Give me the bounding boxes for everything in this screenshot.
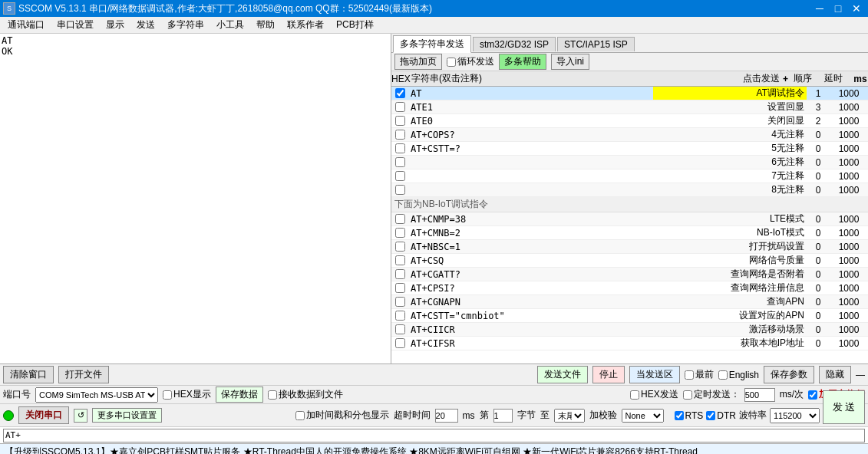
- row-4-cmd[interactable]: AT+CSTT=?: [408, 143, 653, 154]
- import-ini-btn[interactable]: 导入ini: [551, 54, 589, 70]
- row-2-cmd[interactable]: ATE0: [408, 116, 653, 127]
- clear-window-btn[interactable]: 清除窗口: [3, 366, 54, 383]
- row-10-checkbox[interactable]: [395, 242, 405, 252]
- row-6-checkbox[interactable]: [395, 171, 405, 181]
- to-select[interactable]: 末尾: [554, 409, 585, 423]
- checksum-select[interactable]: None: [622, 409, 664, 423]
- timeout-input[interactable]: [435, 409, 458, 423]
- receive-area[interactable]: AT OK: [0, 34, 391, 364]
- row-5-checkbox[interactable]: [395, 157, 405, 167]
- row-13-desc[interactable]: 查询网络注册信息: [653, 281, 807, 294]
- refresh-btn[interactable]: ↺: [74, 409, 87, 423]
- row-3-checkbox[interactable]: [395, 130, 405, 140]
- close-port-btn[interactable]: 关闭串口: [18, 406, 69, 424]
- row-1-cmd[interactable]: ATE1: [408, 102, 653, 113]
- english-checkbox-label[interactable]: English: [718, 370, 759, 380]
- row-3-desc[interactable]: 4无注释: [653, 128, 807, 141]
- row-0-checkbox[interactable]: [395, 88, 405, 98]
- rts-label[interactable]: RTS: [675, 410, 704, 421]
- menu-display[interactable]: 显示: [100, 17, 130, 33]
- row-15-checkbox[interactable]: [395, 311, 405, 321]
- row-16-checkbox[interactable]: [395, 324, 405, 334]
- minimize-button[interactable]: ─: [811, 0, 828, 17]
- row-13-checkbox[interactable]: [395, 283, 405, 293]
- port-select[interactable]: COM9 SimTech MS-USB AT Por: [35, 387, 158, 403]
- row-4-checkbox[interactable]: [395, 143, 405, 153]
- drag-add-btn[interactable]: 拖动加页: [394, 54, 442, 70]
- row-17-checkbox[interactable]: [395, 338, 405, 348]
- row-9-cmd[interactable]: AT+CMNB=2: [408, 228, 653, 239]
- maximize-button[interactable]: □: [830, 0, 847, 17]
- recv-file-checkbox[interactable]: [268, 390, 277, 400]
- row-11-cmd[interactable]: AT+CSQ: [408, 255, 653, 266]
- row-8-checkbox[interactable]: [395, 214, 405, 224]
- tab-multi-send[interactable]: 多条字符串发送: [393, 35, 471, 53]
- menu-commport[interactable]: 通讯端口: [2, 17, 51, 33]
- hide-btn[interactable]: 隐藏: [819, 366, 851, 383]
- last-checkbox[interactable]: [685, 370, 694, 380]
- hex-send-checkbox[interactable]: [630, 390, 639, 400]
- row-2-desc[interactable]: 关闭回显: [653, 114, 807, 127]
- row-7-checkbox[interactable]: [395, 185, 405, 195]
- timestamp-label[interactable]: 加时间戳和分包显示: [295, 409, 389, 422]
- row-10-desc[interactable]: 打开扰码设置: [653, 240, 807, 253]
- row-13-cmd[interactable]: AT+CPSI?: [408, 283, 653, 294]
- row-0-desc[interactable]: AT调试指令: [653, 87, 807, 100]
- tab-stc[interactable]: STC/IAP15 ISP: [557, 37, 635, 51]
- loop-send-checkbox[interactable]: [447, 58, 456, 67]
- row-17-cmd[interactable]: AT+CIFSR: [408, 338, 653, 349]
- send-area-btn[interactable]: 当发送区: [629, 366, 680, 383]
- row-10-cmd[interactable]: AT+NBSC=1: [408, 242, 653, 252]
- row-9-checkbox[interactable]: [395, 228, 405, 238]
- menu-multistr[interactable]: 多字符串: [161, 17, 210, 33]
- save-data-btn[interactable]: 保存数据: [216, 387, 263, 403]
- row-16-cmd[interactable]: AT+CIICR: [408, 324, 653, 335]
- menu-contact[interactable]: 联系作者: [281, 17, 330, 33]
- row-1-desc[interactable]: 设置回显: [653, 100, 807, 114]
- menu-help[interactable]: 帮助: [250, 17, 281, 33]
- rts-checkbox[interactable]: [675, 411, 684, 420]
- row-7-desc[interactable]: 8无注释: [653, 183, 807, 196]
- last-checkbox-label[interactable]: 最前: [685, 368, 714, 381]
- row-14-cmd[interactable]: AT+CGNAPN: [408, 297, 653, 308]
- stop-btn[interactable]: 停止: [592, 366, 625, 383]
- send-button[interactable]: 发 送: [823, 390, 865, 424]
- save-params-btn[interactable]: 保存参数: [764, 366, 814, 383]
- menu-send[interactable]: 发送: [130, 17, 161, 33]
- row-12-desc[interactable]: 查询网络是否附着: [653, 268, 807, 281]
- dtr-label[interactable]: DTR: [706, 410, 736, 421]
- hex-display-label[interactable]: HEX显示: [163, 388, 211, 401]
- row-8-cmd[interactable]: AT+CNMP=38: [408, 214, 653, 225]
- menu-portconfig[interactable]: 串口设置: [51, 17, 100, 33]
- open-file-btn[interactable]: 打开文件: [58, 366, 109, 383]
- hex-display-checkbox[interactable]: [163, 390, 172, 400]
- row-15-desc[interactable]: 设置对应的APN: [653, 309, 807, 322]
- row-3-cmd[interactable]: AT+COPS?: [408, 130, 653, 140]
- row-16-desc[interactable]: 激活移动场景: [653, 323, 807, 336]
- row-17-desc[interactable]: 获取本地IP地址: [653, 337, 807, 350]
- row-14-desc[interactable]: 查询APN: [653, 295, 807, 308]
- english-checkbox[interactable]: [718, 370, 728, 380]
- row-4-desc[interactable]: 5无注释: [653, 142, 807, 155]
- recv-file-label[interactable]: 接收数据到文件: [268, 388, 343, 401]
- multi-help-btn[interactable]: 多条帮助: [499, 54, 546, 70]
- menu-pcb[interactable]: PCB打样: [330, 17, 380, 33]
- row-12-cmd[interactable]: AT+CGATT?: [408, 269, 653, 280]
- menu-tools[interactable]: 小工具: [210, 17, 250, 33]
- row-8-desc[interactable]: LTE模式: [653, 212, 807, 225]
- row-12-checkbox[interactable]: [395, 269, 405, 279]
- row-11-desc[interactable]: 网络信号质量: [653, 254, 807, 267]
- row-5-desc[interactable]: 6无注释: [653, 156, 807, 169]
- row-6-desc[interactable]: 7无注释: [653, 169, 807, 183]
- row-9-desc[interactable]: NB-IoT模式: [653, 226, 807, 239]
- tab-stm32[interactable]: stm32/GD32 ISP: [473, 37, 556, 51]
- close-button[interactable]: ✕: [848, 0, 865, 17]
- row-11-checkbox[interactable]: [395, 255, 405, 265]
- row-2-checkbox[interactable]: [395, 116, 405, 126]
- row-1-checkbox[interactable]: [395, 102, 405, 112]
- dtr-checkbox[interactable]: [706, 411, 715, 420]
- send-file-btn[interactable]: 发送文件: [537, 366, 588, 383]
- row-14-checkbox[interactable]: [395, 297, 405, 307]
- plus-button[interactable]: +: [783, 74, 788, 84]
- timestamp-checkbox[interactable]: [295, 411, 305, 420]
